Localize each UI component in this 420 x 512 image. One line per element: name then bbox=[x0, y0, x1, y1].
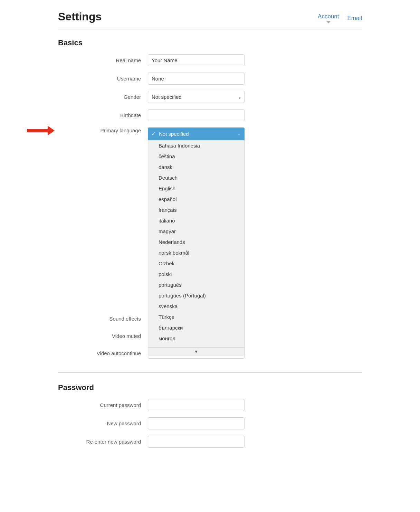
primary-language-row: Primary language ✓ Not specified ⬦ Bahas… bbox=[58, 127, 362, 133]
list-item[interactable]: dansk bbox=[148, 162, 244, 172]
arrow-body bbox=[27, 129, 48, 132]
list-item[interactable]: svenska bbox=[148, 301, 244, 312]
account-nav-link[interactable]: Account bbox=[318, 13, 339, 20]
username-input[interactable] bbox=[148, 73, 245, 85]
sound-effects-label: Sound effects bbox=[58, 316, 148, 322]
list-item[interactable]: magyar bbox=[148, 226, 244, 237]
dropdown-scroll-down[interactable]: ▼ bbox=[148, 348, 245, 356]
re-enter-password-input[interactable] bbox=[148, 436, 245, 448]
list-item[interactable]: español bbox=[148, 194, 244, 205]
username-label: Username bbox=[58, 76, 148, 82]
real-name-input[interactable] bbox=[148, 54, 245, 66]
gender-label: Gender bbox=[58, 94, 148, 100]
nav-account[interactable]: Account bbox=[318, 13, 339, 23]
language-dropdown-container: ✓ Not specified ⬦ Bahasa Indonesia češti… bbox=[148, 127, 245, 356]
current-password-label: Current password bbox=[58, 402, 148, 408]
birthdate-row: Birthdate bbox=[58, 109, 362, 121]
current-password-input[interactable] bbox=[148, 399, 245, 411]
list-item[interactable]: български bbox=[148, 322, 244, 333]
list-item[interactable]: português (Portugal) bbox=[148, 290, 244, 301]
list-item[interactable]: Nederlands bbox=[148, 237, 244, 247]
page-header: Settings Account Email bbox=[58, 10, 362, 28]
current-password-row: Current password bbox=[58, 399, 362, 411]
real-name-row: Real name bbox=[58, 54, 362, 66]
real-name-label: Real name bbox=[58, 57, 148, 63]
scroll-down-icon: ▼ bbox=[194, 349, 198, 354]
page-title: Settings bbox=[58, 10, 102, 23]
list-item[interactable]: Bahasa Indonesia bbox=[148, 140, 244, 151]
section-divider bbox=[58, 372, 362, 373]
new-password-label: New password bbox=[58, 420, 148, 426]
list-item[interactable]: English bbox=[148, 183, 244, 194]
list-item[interactable]: polski bbox=[148, 269, 244, 279]
video-autocontinue-label: Video autocontinue bbox=[58, 350, 148, 356]
list-item[interactable]: čeština bbox=[148, 151, 244, 162]
email-nav-link[interactable]: Email bbox=[347, 15, 362, 22]
check-icon: ✓ bbox=[151, 131, 156, 137]
gender-row: Gender Not specified Male Female Other ⬦ bbox=[58, 91, 362, 103]
password-section: Password Current password New password R… bbox=[58, 383, 362, 448]
new-password-input[interactable] bbox=[148, 417, 245, 429]
password-section-title: Password bbox=[58, 383, 362, 392]
list-item[interactable]: français bbox=[148, 205, 244, 215]
basics-section: Basics Real name Username Gender Not spe… bbox=[58, 38, 362, 359]
arrow-head bbox=[48, 126, 55, 135]
list-item[interactable]: português bbox=[148, 279, 244, 290]
language-dropdown-list: Bahasa Indonesia čeština dansk Deutsch E… bbox=[148, 140, 245, 348]
language-selected-text: Not specified bbox=[159, 131, 189, 137]
basics-section-title: Basics bbox=[58, 38, 362, 47]
list-item[interactable]: русский bbox=[148, 344, 244, 348]
list-item[interactable]: norsk bokmål bbox=[148, 247, 244, 258]
birthdate-input[interactable] bbox=[148, 109, 245, 121]
list-item[interactable]: монгол bbox=[148, 333, 244, 344]
gender-select[interactable]: Not specified Male Female Other bbox=[148, 91, 245, 103]
birthdate-label: Birthdate bbox=[58, 112, 148, 118]
header-navigation: Account Email bbox=[318, 10, 362, 23]
language-dropdown-arrow: ⬦ bbox=[238, 131, 240, 136]
list-item[interactable]: O'zbek bbox=[148, 258, 244, 269]
language-dropdown-selected[interactable]: ✓ Not specified ⬦ bbox=[148, 127, 245, 140]
primary-language-label: Primary language bbox=[58, 127, 148, 133]
re-enter-password-label: Re-enter new password bbox=[58, 439, 148, 445]
list-item[interactable]: italiano bbox=[148, 215, 244, 226]
username-row: Username bbox=[58, 73, 362, 85]
video-muted-label: Video muted bbox=[58, 333, 148, 339]
list-item[interactable]: Türkçe bbox=[148, 312, 244, 322]
red-arrow-indicator bbox=[27, 126, 55, 135]
list-item[interactable]: Deutsch bbox=[148, 172, 244, 183]
re-enter-password-row: Re-enter new password bbox=[58, 436, 362, 448]
account-nav-indicator bbox=[326, 21, 331, 23]
gender-select-wrapper: Not specified Male Female Other ⬦ bbox=[148, 91, 245, 103]
new-password-row: New password bbox=[58, 417, 362, 429]
